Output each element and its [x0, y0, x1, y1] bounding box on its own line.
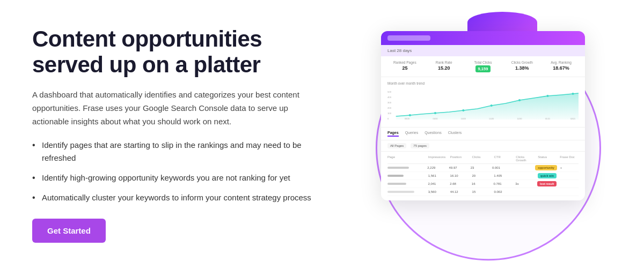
bullet-item-2: Identify high-growing opportunity keywor… [32, 171, 333, 184]
table-row: 2,041 2.68 16 0.781 3x lost result [387, 180, 579, 188]
th-frase-doc: Frase Doc [560, 155, 579, 162]
svg-point-6 [409, 114, 411, 116]
svg-text:400: 400 [387, 96, 392, 99]
header-bar [387, 35, 430, 41]
stat-clicks-growth: Clicks Growth 1.38% [504, 61, 539, 72]
stat-clicks-growth-value: 1.38% [515, 65, 529, 71]
stat-avg-ranking-label: Avg. Ranking [551, 61, 572, 64]
svg-text:300: 300 [387, 101, 392, 104]
td-position-3: 2.68 [450, 182, 469, 185]
chart-title: Month over month trend [387, 81, 579, 85]
svg-text:08/20: 08/20 [405, 118, 409, 120]
trend-chart: 500 400 300 200 100 0 [387, 88, 579, 121]
chart-area: Month over month trend 500 400 300 200 1… [381, 77, 585, 128]
stats-row: Ranked Pages 25 Rank Rate 15.20 Total Cl… [381, 56, 585, 77]
th-clicks: Clicks [472, 155, 491, 162]
svg-text:100: 100 [387, 112, 392, 115]
td-clicks-2: 20 [472, 174, 491, 177]
stat-ranked-pages-label: Ranked Pages [393, 61, 416, 64]
bullet-item-1: Identify pages that are starting to slip… [32, 139, 333, 164]
stat-avg-ranking-value: 18.67% [553, 65, 569, 71]
td-ctr-3: 0.781 [494, 182, 513, 185]
svg-point-9 [491, 104, 493, 107]
filter-row: All Pages 75 pages [381, 140, 585, 152]
svg-text:01/21: 01/21 [545, 118, 550, 120]
svg-text:200: 200 [387, 107, 392, 109]
stat-total-clicks-value: 9,159 [475, 65, 491, 72]
tab-pages[interactable]: Pages [387, 131, 399, 137]
th-ctr: CTR [494, 155, 513, 162]
td-ctr-1: 0.001 [492, 166, 510, 169]
svg-point-12 [572, 93, 574, 95]
td-clicks-4: 15 [472, 190, 491, 193]
svg-text:12/20: 12/20 [517, 118, 522, 120]
td-clicks-1: 23 [471, 166, 489, 169]
table-row: 1,561 16.10 20 1.405 quick win [387, 172, 579, 180]
date-range-label: Last 28 days [381, 45, 585, 56]
dashboard-card: Last 28 days Ranked Pages 25 Rank Rate 1… [381, 31, 585, 200]
dashboard-header [381, 31, 585, 45]
td-clicks-3: 16 [472, 182, 491, 185]
th-clicks-growth: Clicks Growth [516, 155, 535, 162]
th-impressions: Impressions [428, 155, 447, 162]
th-status: Status [538, 155, 557, 162]
table-row: 3,560 44.12 15 0.002 [387, 188, 579, 196]
stat-total-clicks: Total Clicks 9,159 [466, 61, 501, 72]
table-header: Page Impressions Position Clicks CTR Cli… [387, 154, 579, 164]
svg-text:11/20: 11/20 [489, 118, 494, 120]
th-page: Page [387, 155, 425, 162]
td-impressions-3: 2,041 [428, 182, 447, 185]
svg-text:500: 500 [387, 91, 392, 93]
svg-text:0: 0 [387, 117, 389, 120]
svg-point-10 [518, 99, 521, 101]
stat-rank-rate-label: Rank Rate [436, 61, 452, 64]
td-ctr-2: 1.405 [494, 174, 513, 177]
td-impressions-4: 3,560 [428, 190, 447, 193]
td-position-2: 16.10 [450, 174, 469, 177]
badge-opportunity: opportunity [535, 165, 557, 170]
stat-rank-rate-value: 15.20 [438, 65, 450, 71]
tab-questions[interactable]: Questions [425, 131, 442, 137]
tabs-row: Pages Queries Questions Clusters [381, 128, 585, 140]
right-panel: Last 28 days Ranked Pages 25 Rank Rate 1… [365, 21, 612, 248]
tab-clusters[interactable]: Clusters [448, 131, 462, 137]
svg-point-11 [546, 95, 548, 97]
th-position: Position [450, 155, 469, 162]
stat-rank-rate: Rank Rate 15.20 [427, 61, 462, 72]
td-position-4: 44.12 [450, 190, 469, 193]
stat-avg-ranking: Avg. Ranking 18.67% [544, 61, 579, 72]
top-shape-decoration [467, 12, 537, 33]
svg-point-8 [462, 109, 464, 111]
td-impressions-1: 2,229 [427, 166, 445, 169]
filter-count[interactable]: 75 pages [411, 143, 429, 148]
headline: Content opportunitiesserved up on a plat… [32, 26, 333, 78]
subtitle: A dashboard that automatically identifie… [32, 88, 301, 128]
bullet-item-3: Automatically cluster your keywords to i… [32, 191, 333, 204]
td-impressions-2: 1,561 [428, 174, 447, 177]
stat-total-clicks-label: Total Clicks [474, 61, 492, 64]
stat-ranked-pages: Ranked Pages 25 [387, 61, 422, 72]
left-panel: Content opportunitiesserved up on a plat… [32, 26, 333, 243]
bullet-list: Identify pages that are starting to slip… [32, 139, 333, 204]
stat-ranked-pages-value: 25 [402, 65, 407, 71]
td-position-1: 49.97 [449, 166, 467, 169]
tab-queries[interactable]: Queries [405, 131, 419, 137]
badge-lost-result: lost result [537, 181, 557, 186]
table-area: Page Impressions Position Clicks CTR Cli… [381, 152, 585, 200]
svg-point-7 [434, 112, 436, 114]
get-started-button[interactable]: Get Started [32, 219, 106, 243]
badge-quick-win: quick win [538, 173, 557, 178]
svg-text:09/20: 09/20 [433, 118, 437, 120]
table-row: 2,229 49.97 23 0.001 opportunity + [387, 164, 579, 172]
svg-text:10/20: 10/20 [461, 118, 466, 120]
svg-text:02/21: 02/21 [570, 118, 575, 120]
td-ctr-4: 0.002 [494, 190, 513, 193]
filter-all-pages[interactable]: All Pages [387, 143, 406, 148]
stat-clicks-growth-label: Clicks Growth [511, 61, 533, 64]
